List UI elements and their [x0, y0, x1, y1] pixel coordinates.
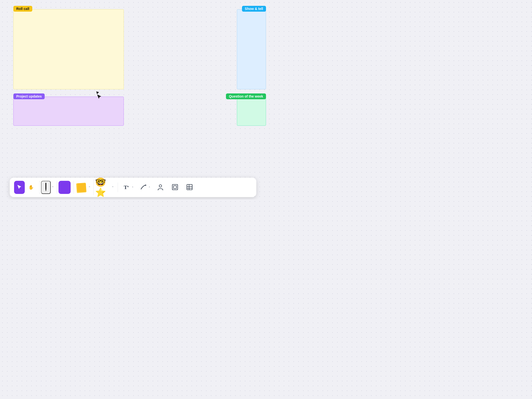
sticky-note-button[interactable] [75, 181, 87, 194]
project-updates-label[interactable]: Project updates [13, 93, 45, 99]
connector-chevron[interactable]: ⌃ [148, 185, 150, 190]
toolbar: ✋ ⌃ ⌃ [10, 178, 256, 197]
roll-call-card[interactable] [13, 9, 124, 89]
connector-tool-button[interactable] [139, 181, 148, 194]
stamp-tool-button[interactable] [154, 181, 167, 194]
toolbar-separator [118, 183, 118, 192]
right-tools: T + ⌃ [120, 181, 196, 194]
project-updates-card[interactable] [13, 97, 124, 126]
stamp-icon [157, 184, 164, 191]
table-tool-button[interactable] [183, 181, 196, 194]
hand-tool-button[interactable]: ✋ [26, 181, 36, 194]
color-swatch-purple[interactable] [58, 181, 71, 194]
roll-call-label[interactable]: Roll call [13, 6, 32, 12]
svg-text:T: T [124, 184, 127, 190]
table-icon [186, 184, 193, 191]
text-chevron[interactable]: ⌃ [132, 185, 134, 190]
svg-point-5 [159, 185, 162, 187]
pen-chevron[interactable]: ⌃ [52, 186, 54, 189]
pen-tools: ⌃ [39, 181, 55, 194]
text-tool-button[interactable]: T + [122, 181, 131, 194]
svg-rect-6 [172, 184, 178, 190]
frame-tool-button[interactable] [168, 181, 182, 194]
text-tool-group[interactable]: T + ⌃ [120, 181, 136, 194]
svg-rect-0 [45, 183, 46, 190]
sticker-chevron[interactable]: ⌃ [112, 186, 114, 189]
character-sticker-section: 🤓⭐ ⌃ [93, 180, 115, 195]
svg-text:+: + [127, 185, 129, 188]
svg-rect-8 [187, 184, 192, 190]
character-sticker-button[interactable]: 🤓⭐ [95, 180, 111, 195]
cursor-icon [17, 185, 22, 190]
pen-button[interactable] [41, 181, 51, 194]
hand-icon: ✋ [28, 185, 34, 190]
pen-icon [43, 182, 49, 193]
frame-icon [172, 184, 178, 191]
connector-icon [140, 184, 147, 191]
canvas: Roll call Show & tell Project updates Qu… [0, 0, 266, 200]
svg-marker-4 [145, 184, 147, 186]
color-section [57, 181, 72, 194]
svg-rect-7 [174, 186, 176, 189]
svg-marker-1 [45, 190, 46, 191]
sticky-notes-section: ⌃ [74, 181, 92, 194]
show-tell-card[interactable] [237, 9, 266, 89]
show-tell-label[interactable]: Show & tell [242, 6, 266, 12]
connector-tool-group[interactable]: ⌃ [137, 181, 152, 194]
text-icon: T + [123, 184, 130, 191]
question-week-label[interactable]: Question of the week [226, 93, 266, 99]
character-emoji: 🤓⭐ [95, 177, 111, 198]
sticky-chevron[interactable]: ⌃ [88, 186, 91, 189]
question-week-card[interactable] [237, 97, 266, 126]
selection-tools: ✋ [13, 181, 38, 194]
cursor-tool-button[interactable] [14, 181, 25, 194]
